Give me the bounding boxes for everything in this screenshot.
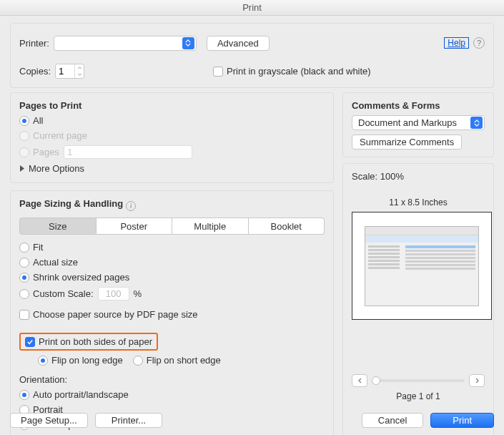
more-options-disclosure[interactable]: More Options <box>19 163 84 174</box>
pages-range-radio <box>19 147 29 157</box>
tab-size[interactable]: Size <box>19 218 97 235</box>
prev-page-button[interactable] <box>352 374 367 387</box>
comments-select[interactable]: Document and Markups <box>352 115 485 130</box>
advanced-button[interactable]: Advanced <box>207 36 270 51</box>
copies-label: Copies: <box>19 66 51 77</box>
grayscale-label: Print in grayscale (black and white) <box>227 66 371 77</box>
footer: Page Setup... Printer... Cancel Print <box>10 413 494 428</box>
dims-label: 11 x 8.5 Inches <box>352 197 485 207</box>
copies-stepper[interactable] <box>55 64 84 79</box>
tab-poster[interactable]: Poster <box>97 218 173 235</box>
page-slider[interactable] <box>372 379 465 382</box>
percent-label: % <box>134 288 142 299</box>
choose-paper-label: Choose paper source by PDF page size <box>33 309 198 320</box>
pages-all-radio[interactable] <box>19 116 29 126</box>
actual-radio[interactable] <box>19 258 29 268</box>
actual-label: Actual size <box>33 257 78 268</box>
sizing-title: Page Sizing & Handling <box>19 198 123 209</box>
custom-radio[interactable] <box>19 289 29 299</box>
pages-current-label: Current page <box>33 130 87 141</box>
flip-short-radio[interactable] <box>133 356 143 366</box>
help-icon[interactable]: ? <box>473 37 485 49</box>
stepper-up-icon[interactable] <box>75 64 84 72</box>
duplex-checkbox[interactable] <box>25 337 35 347</box>
custom-label: Custom Scale: <box>33 288 94 299</box>
choose-paper-checkbox[interactable] <box>19 310 29 320</box>
duplex-label: Print on both sides of paper <box>39 336 152 347</box>
summarize-button[interactable]: Summarize Comments <box>352 135 462 150</box>
info-icon[interactable]: i <box>126 201 136 211</box>
stepper-down-icon[interactable] <box>75 72 84 79</box>
orientation-auto-radio[interactable] <box>19 390 29 400</box>
scale-label: Scale: 100% <box>352 171 485 182</box>
fit-label: Fit <box>33 242 43 253</box>
orientation-auto-label: Auto portrait/landscape <box>33 389 129 400</box>
duplex-highlight: Print on both sides of paper <box>19 333 158 351</box>
printer-select[interactable] <box>54 36 197 51</box>
pages-title: Pages to Print <box>19 100 325 111</box>
sizing-tabs: Size Poster Multiple Booklet <box>19 218 325 235</box>
printer-button[interactable]: Printer... <box>95 413 162 428</box>
comments-title: Comments & Forms <box>352 100 485 111</box>
sizing-panel: Page Sizing & Handling i Size Poster Mul… <box>10 190 334 435</box>
preview-page-icon <box>365 226 479 306</box>
flip-short-label: Flip on short edge <box>147 355 221 366</box>
print-button[interactable]: Print <box>430 413 494 428</box>
disclosure-right-icon <box>19 165 25 172</box>
tab-multiple[interactable]: Multiple <box>172 218 249 235</box>
preview-area <box>352 212 492 320</box>
shrink-radio[interactable] <box>19 273 29 283</box>
flip-long-radio[interactable] <box>38 356 48 366</box>
page-setup-button[interactable]: Page Setup... <box>10 413 88 428</box>
header-panel: Printer: Advanced Help ? Copies: <box>10 23 494 88</box>
comments-panel: Comments & Forms Document and Markups Su… <box>342 92 494 157</box>
printer-label: Printer: <box>19 38 49 49</box>
help-link[interactable]: Help <box>444 37 469 49</box>
pages-panel: Pages to Print All Current page Pages Mo… <box>10 92 334 183</box>
pages-current-radio <box>19 131 29 141</box>
pages-range-label: Pages <box>33 147 59 157</box>
flip-long-label: Flip on long edge <box>51 355 123 366</box>
fit-radio[interactable] <box>19 243 29 253</box>
tab-booklet[interactable]: Booklet <box>249 218 325 235</box>
pages-range-input <box>64 145 192 159</box>
page-indicator: Page 1 of 1 <box>352 391 485 401</box>
shrink-label: Shrink oversized pages <box>33 272 129 283</box>
pages-all-label: All <box>33 115 43 126</box>
window-title: Print <box>0 0 504 16</box>
cancel-button[interactable]: Cancel <box>362 413 423 428</box>
orientation-label: Orientation: <box>19 374 325 385</box>
next-page-button[interactable] <box>469 374 485 387</box>
preview-panel: Scale: 100% 11 x 8.5 Inches <box>342 163 494 435</box>
grayscale-checkbox[interactable] <box>213 67 223 77</box>
custom-scale-input <box>98 287 129 300</box>
